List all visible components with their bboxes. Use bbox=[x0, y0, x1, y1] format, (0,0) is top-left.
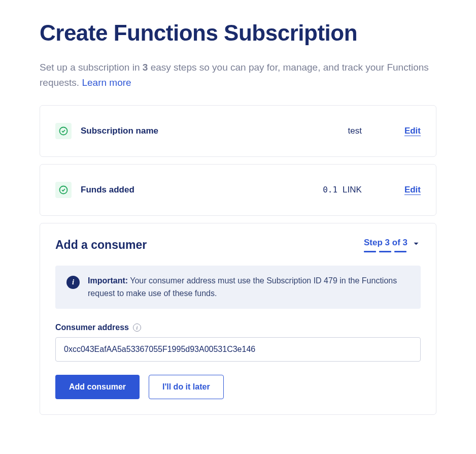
banner-text: Important: Your consumer address must us… bbox=[88, 275, 410, 300]
info-icon: i bbox=[66, 276, 80, 289]
step-card-subscription-name: Subscription name test Edit bbox=[40, 105, 436, 157]
step-indicator-text: Step 3 of 3 bbox=[364, 238, 407, 248]
check-icon bbox=[55, 123, 72, 139]
important-banner: i Important: Your consumer address must … bbox=[55, 266, 421, 309]
funds-added-label: Funds added bbox=[81, 185, 323, 195]
step-progress-bars bbox=[364, 251, 406, 252]
page-subtitle: Set up a subscription in 3 easy steps so… bbox=[40, 60, 436, 91]
subtitle-prefix: Set up a subscription in bbox=[40, 62, 143, 73]
step-card-funds-added: Funds added 0.1 LINK Edit bbox=[40, 164, 436, 216]
funds-unit-value: LINK bbox=[343, 185, 362, 195]
banner-body: Your consumer address must use the Subsc… bbox=[88, 276, 397, 298]
step-title: Add a consumer bbox=[55, 238, 147, 252]
edit-subscription-name-link[interactable]: Edit bbox=[404, 126, 421, 136]
help-icon[interactable]: i bbox=[133, 323, 141, 332]
step-card-add-consumer: Add a consumer Step 3 of 3 i Importa bbox=[40, 223, 436, 415]
check-icon bbox=[55, 182, 72, 198]
chevron-down-icon[interactable] bbox=[412, 239, 421, 250]
page-title: Create Functions Subscription bbox=[40, 20, 436, 46]
learn-more-link[interactable]: Learn more bbox=[82, 77, 131, 88]
funds-amount-value: 0.1 bbox=[323, 185, 337, 194]
edit-funds-link[interactable]: Edit bbox=[404, 185, 421, 195]
add-consumer-button[interactable]: Add consumer bbox=[55, 375, 140, 399]
banner-strong: Important: bbox=[88, 276, 128, 285]
consumer-address-label: Consumer address bbox=[55, 323, 129, 332]
subscription-name-label: Subscription name bbox=[81, 126, 348, 136]
subscription-name-value: test bbox=[348, 126, 361, 136]
do-it-later-button[interactable]: I'll do it later bbox=[149, 375, 224, 399]
subtitle-steps-count: 3 bbox=[143, 62, 148, 73]
consumer-address-input[interactable] bbox=[55, 337, 421, 362]
